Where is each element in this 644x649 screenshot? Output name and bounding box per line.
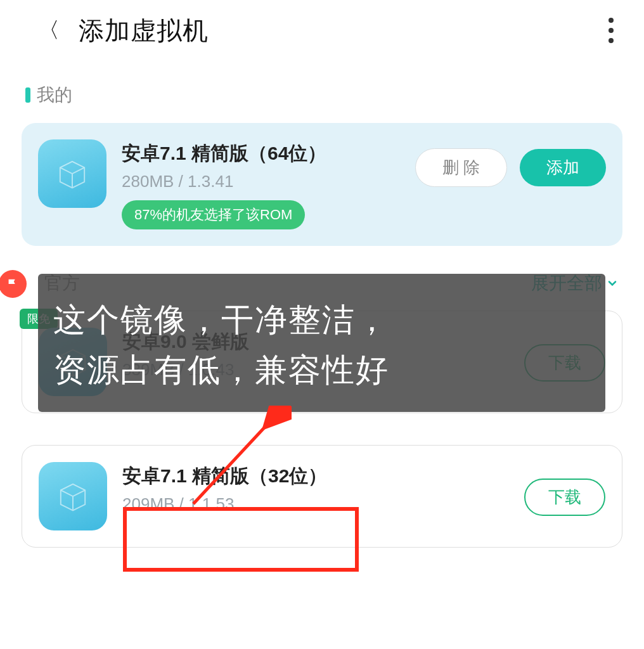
- card-mine: 安卓7.1 精简版（64位） 280MB / 1.3.41 87%的机友选择了该…: [22, 123, 622, 246]
- card-mine-meta: 280MB / 1.3.41: [122, 172, 400, 191]
- menu-icon[interactable]: [603, 13, 619, 48]
- header: 〈 添加虚拟机: [0, 0, 644, 61]
- delete-button[interactable]: 删 除: [415, 148, 507, 187]
- section-mine-label: 我的: [0, 61, 644, 123]
- download-button[interactable]: 下载: [524, 479, 605, 516]
- popularity-pill: 87%的机友选择了该ROM: [122, 200, 305, 229]
- cube-icon: [38, 139, 106, 208]
- card-mine-title: 安卓7.1 精简版（64位）: [122, 141, 400, 167]
- annotation-line2: 资源占有低，兼容性好: [53, 345, 590, 395]
- back-icon[interactable]: 〈: [38, 16, 60, 45]
- annotation-overlay: 这个镜像，干净整洁， 资源占有低，兼容性好: [38, 274, 605, 412]
- card-off2-title: 安卓7.1 精简版（32位）: [122, 463, 509, 489]
- annotation-line1: 这个镜像，干净整洁，: [53, 295, 590, 345]
- flag-icon: [0, 270, 27, 298]
- cube-icon: [39, 462, 107, 530]
- page-title: 添加虚拟机: [79, 13, 209, 48]
- add-button[interactable]: 添加: [520, 149, 606, 186]
- highlight-box: [123, 507, 359, 572]
- section-mine-text: 我的: [37, 83, 72, 107]
